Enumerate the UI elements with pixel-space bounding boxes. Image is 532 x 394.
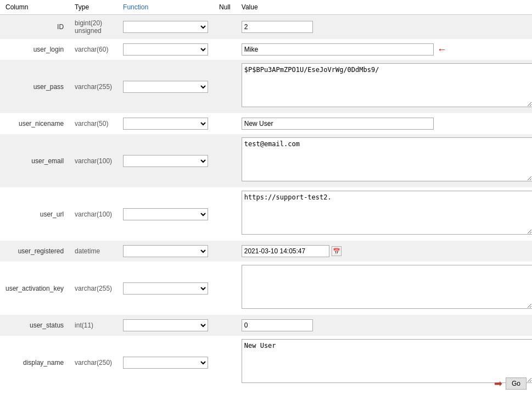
cell-function[interactable] [117, 336, 214, 389]
table-row: user_loginvarchar(60)← [0, 39, 532, 60]
cell-null [214, 262, 236, 315]
value-input[interactable] [242, 118, 434, 130]
cell-column-type: varchar(100) [69, 187, 117, 241]
cell-column-type: varchar(255) [69, 262, 117, 315]
header-function: Function [117, 0, 214, 15]
cell-null [214, 113, 236, 134]
function-select[interactable] [123, 81, 208, 93]
cell-value[interactable] [236, 262, 532, 315]
calendar-icon[interactable]: 📅 [332, 246, 341, 256]
function-select[interactable] [123, 155, 208, 167]
cell-column-name: user_pass [0, 60, 69, 113]
cell-column-type: datetime [69, 241, 117, 262]
cell-function[interactable] [117, 60, 214, 113]
cell-value[interactable]: ← [236, 39, 532, 60]
cell-column-type: varchar(60) [69, 39, 117, 60]
cell-function[interactable] [117, 134, 214, 187]
cell-null [214, 187, 236, 241]
cell-null [214, 39, 236, 60]
cell-function[interactable] [117, 15, 214, 40]
value-textarea[interactable]: test@email.com [242, 137, 532, 181]
cell-null [214, 60, 236, 113]
value-textarea[interactable]: $P$BPu3APmZPO1U/EseJoVrWg/0DdMbs9/ [242, 63, 532, 107]
cell-column-type: bigint(20) unsigned [69, 15, 117, 40]
table-row: user_nicenamevarchar(50) [0, 113, 532, 134]
cell-column-name: user_url [0, 187, 69, 241]
cell-column-type: varchar(250) [69, 336, 117, 389]
table-row: user_passvarchar(255)$P$BPu3APmZPO1U/Ese… [0, 60, 532, 113]
go-button[interactable]: Go [506, 378, 527, 390]
cell-value[interactable]: test@email.com [236, 134, 532, 187]
value-input[interactable] [242, 21, 313, 33]
cell-column-name: user_status [0, 315, 69, 336]
cell-value[interactable] [236, 113, 532, 134]
value-with-arrow: ← [242, 43, 532, 56]
go-arrow-icon: ➡ [494, 378, 502, 390]
cell-function[interactable] [117, 39, 214, 60]
function-select[interactable] [123, 357, 208, 369]
cell-function[interactable] [117, 113, 214, 134]
value-textarea[interactable] [242, 265, 532, 309]
cell-value[interactable]: $P$BPu3APmZPO1U/EseJoVrWg/0DdMbs9/ [236, 60, 532, 113]
cell-column-name: user_activation_key [0, 262, 69, 315]
cell-null [214, 134, 236, 187]
value-textarea[interactable]: https://support-test2. [242, 191, 532, 235]
table-row: user_activation_keyvarchar(255) [0, 262, 532, 315]
cell-column-name: user_login [0, 39, 69, 60]
red-arrow-icon: ← [437, 44, 447, 56]
go-btn-row: ➡ Go [494, 378, 527, 390]
cell-column-name: ID [0, 15, 69, 40]
data-table: Column Type Function Null Value IDbigint… [0, 0, 532, 389]
cell-null [214, 315, 236, 336]
datetime-input[interactable] [242, 245, 329, 257]
table-row: user_statusint(11) [0, 315, 532, 336]
function-select[interactable] [123, 208, 208, 220]
table-row: user_emailvarchar(100)test@email.com [0, 134, 532, 187]
value-textarea[interactable]: New User [242, 339, 532, 383]
cell-column-type: varchar(255) [69, 60, 117, 113]
cell-null [214, 15, 236, 40]
table-row: user_registereddatetime📅 [0, 241, 532, 262]
cell-function[interactable] [117, 241, 214, 262]
cell-column-name: display_name [0, 336, 69, 389]
function-select[interactable] [123, 245, 208, 257]
function-select[interactable] [123, 21, 208, 33]
table-row: IDbigint(20) unsigned [0, 15, 532, 40]
cell-column-name: user_registered [0, 241, 69, 262]
table-row: display_namevarchar(250)New User [0, 336, 532, 389]
cell-value[interactable] [236, 15, 532, 40]
function-select[interactable] [123, 43, 208, 56]
header-column: Column [0, 0, 69, 15]
cell-column-name: user_email [0, 134, 69, 187]
cell-column-type: varchar(100) [69, 134, 117, 187]
cell-null [214, 336, 236, 389]
cell-value[interactable] [236, 315, 532, 336]
cell-function[interactable] [117, 187, 214, 241]
cell-function[interactable] [117, 262, 214, 315]
function-select[interactable] [123, 319, 208, 331]
datetime-wrapper: 📅 [242, 245, 532, 257]
function-select[interactable] [123, 118, 208, 130]
cell-value[interactable]: https://support-test2. [236, 187, 532, 241]
header-type: Type [69, 0, 117, 15]
value-input[interactable] [242, 43, 434, 56]
function-select[interactable] [123, 282, 208, 295]
main-container: Column Type Function Null Value IDbigint… [0, 0, 532, 394]
cell-function[interactable] [117, 315, 214, 336]
cell-value[interactable]: New User [236, 336, 532, 389]
value-input[interactable] [242, 319, 313, 331]
cell-null [214, 241, 236, 262]
cell-column-type: int(11) [69, 315, 117, 336]
table-row: user_urlvarchar(100)https://support-test… [0, 187, 532, 241]
header-null: Null [214, 0, 236, 15]
cell-column-type: varchar(50) [69, 113, 117, 134]
cell-value[interactable]: 📅 [236, 241, 532, 262]
header-value: Value [236, 0, 532, 15]
cell-column-name: user_nicename [0, 113, 69, 134]
